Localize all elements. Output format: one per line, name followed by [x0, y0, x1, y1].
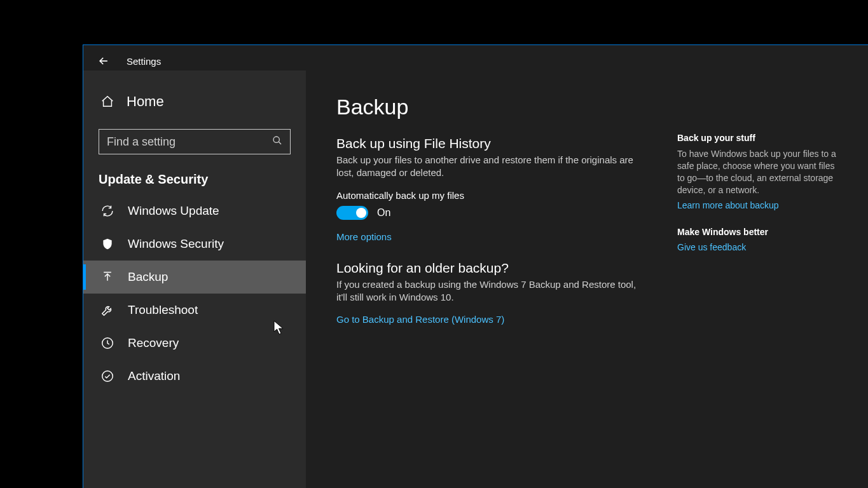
toggle-state-label: On [377, 207, 390, 219]
titlebar: Settings [83, 45, 868, 71]
right-desc-backup-stuff: To have Windows back up your files to a … [677, 148, 843, 196]
shield-icon [100, 236, 115, 252]
sidebar-item-label: Windows Security [128, 237, 224, 251]
link-backup-restore-win7[interactable]: Go to Backup and Restore (Windows 7) [336, 314, 504, 325]
sidebar-home[interactable]: Home [83, 88, 306, 115]
sidebar-item-troubleshoot[interactable]: Troubleshoot [83, 294, 306, 327]
toggle-knob [356, 208, 366, 218]
toggle-label-auto-backup: Automatically back up my files [336, 190, 639, 201]
section-title-older-backup: Looking for an older backup? [336, 261, 639, 276]
sidebar: Home Update & Security Windows Update [83, 71, 306, 488]
right-column: Back up your stuff To have Windows back … [677, 95, 843, 488]
back-button[interactable] [95, 52, 113, 70]
search-box[interactable] [99, 129, 291, 154]
app-title: Settings [127, 56, 161, 67]
sidebar-item-recovery[interactable]: Recovery [83, 327, 306, 360]
sidebar-item-label: Troubleshoot [128, 303, 198, 317]
sidebar-item-backup[interactable]: Backup [83, 261, 306, 294]
toggle-auto-backup[interactable] [336, 206, 368, 220]
section-desc-file-history: Back up your files to another drive and … [336, 154, 639, 180]
link-learn-more-backup[interactable]: Learn more about backup [677, 200, 843, 210]
sidebar-item-windows-security[interactable]: Windows Security [83, 227, 306, 261]
settings-window: Settings Home Update & Security [83, 44, 868, 488]
sidebar-item-label: Recovery [128, 336, 179, 350]
main-column: Backup Back up using File History Back u… [336, 95, 639, 488]
right-title-feedback: Make Windows better [677, 227, 843, 237]
sidebar-item-label: Activation [128, 369, 180, 383]
search-input[interactable] [107, 135, 272, 149]
svg-point-2 [102, 371, 113, 382]
link-more-options[interactable]: More options [336, 231, 392, 242]
sidebar-home-label: Home [127, 93, 164, 110]
main-content: Backup Back up using File History Back u… [306, 71, 868, 488]
search-icon [272, 135, 282, 148]
history-icon [100, 336, 115, 351]
svg-point-0 [273, 137, 279, 142]
right-title-backup-stuff: Back up your stuff [677, 133, 843, 143]
section-desc-older-backup: If you created a backup using the Window… [336, 278, 639, 304]
sidebar-item-label: Windows Update [128, 204, 219, 218]
sync-icon [100, 203, 115, 219]
sidebar-item-activation[interactable]: Activation [83, 360, 306, 393]
sidebar-item-label: Backup [128, 270, 168, 284]
wrench-icon [100, 302, 115, 318]
section-title-file-history: Back up using File History [336, 136, 639, 151]
arrow-left-icon [97, 55, 110, 67]
link-give-feedback[interactable]: Give us feedback [677, 242, 843, 252]
backup-icon [100, 269, 115, 285]
page-title: Backup [336, 95, 639, 119]
window-body: Home Update & Security Windows Update [83, 71, 868, 488]
sidebar-section-title: Update & Security [83, 161, 306, 194]
section-older-backup: Looking for an older backup? If you crea… [336, 261, 639, 326]
check-circle-icon [100, 369, 115, 384]
home-icon [100, 94, 115, 109]
sidebar-item-windows-update[interactable]: Windows Update [83, 194, 306, 227]
toggle-row: On [336, 206, 639, 220]
